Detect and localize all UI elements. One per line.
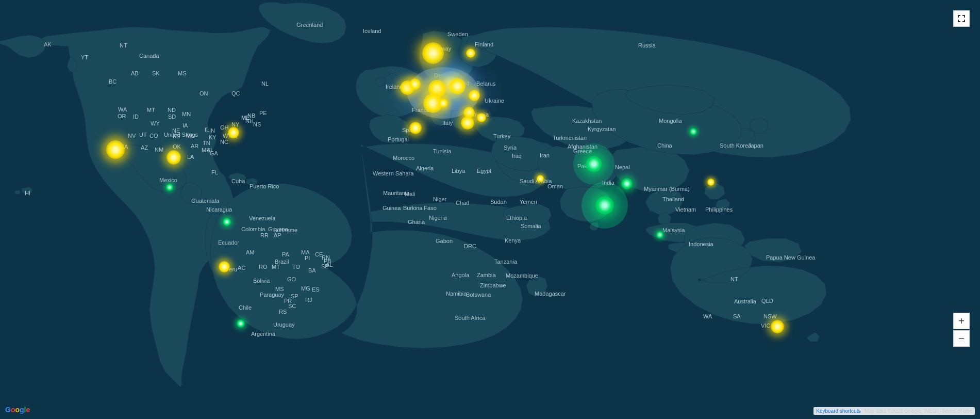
svg-point-22 [582,182,628,229]
keyboard-shortcuts-link[interactable]: Keyboard shortcuts [816,408,860,414]
svg-point-18 [407,67,479,119]
fullscreen-button[interactable] [953,10,970,27]
zoom-in-button[interactable]: + [953,313,970,329]
zoom-controls: + − [953,313,970,347]
svg-point-21 [573,143,614,185]
svg-point-20 [100,134,131,165]
svg-point-19 [415,35,451,71]
world-map-svg [0,0,980,419]
zoom-out-button[interactable]: − [953,330,970,347]
map-credits: Keyboard shortcuts Map data ©2023 Google… [813,407,975,415]
google-logo: Google [5,406,30,414]
map-container: GreenlandIcelandSwedenFinlandNorwayRussi… [0,0,980,419]
map-data-text: Map data ©2023 Google, INEGI | Terms of … [865,408,972,414]
